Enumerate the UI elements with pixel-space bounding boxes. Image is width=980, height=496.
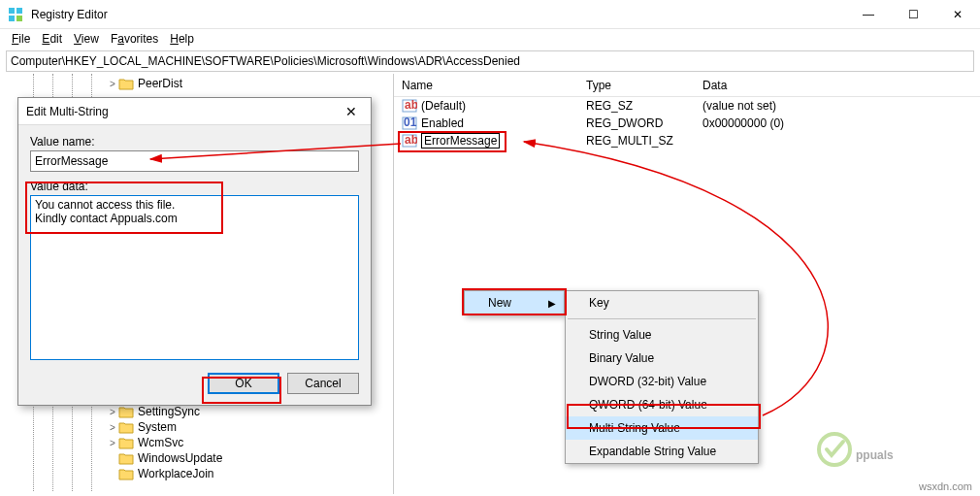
tree-item-system[interactable]: > System [0,419,393,435]
expand-icon[interactable]: > [107,438,118,448]
folder-icon [118,420,134,434]
cancel-button[interactable]: Cancel [287,373,359,394]
context-item-key[interactable]: Key [566,291,758,314]
ok-button[interactable]: OK [208,373,279,394]
rename-input[interactable]: ErrorMessage [421,133,500,149]
minimize-button[interactable]: — [846,0,891,29]
expand-icon[interactable]: > [107,422,118,433]
folder-icon [118,77,134,90]
address-bar[interactable]: Computer\HKEY_LOCAL_MACHINE\SOFTWARE\Pol… [6,50,974,72]
string-value-icon: ab [402,133,417,149]
context-item-expandstring[interactable]: Expandable String Value [566,440,758,463]
svg-text:ab: ab [405,98,417,112]
menu-edit[interactable]: Edit [36,30,68,48]
context-item-string[interactable]: String Value [566,323,758,347]
col-header-type[interactable]: Type [578,79,695,92]
value-row-errormessage[interactable]: ab ErrorMessage REG_MULTI_SZ [394,132,980,149]
menu-file[interactable]: File [6,30,36,48]
valuedata-label: Value data: [30,180,359,193]
brand-watermark: ppuals [815,425,961,477]
menu-view[interactable]: View [68,30,105,48]
svg-text:ppuals: ppuals [856,448,894,462]
col-header-data[interactable]: Data [695,79,980,92]
svg-rect-2 [9,16,15,21]
dialog-close-button[interactable]: ✕ [340,102,363,121]
menubar: File Edit View Favorites Help [0,29,980,49]
dialog-title: Edit Multi-String [26,105,340,118]
submenu-arrow-icon: ▶ [548,298,556,309]
menu-favorites[interactable]: Favorites [105,30,164,48]
context-item-new[interactable]: New ▶ [465,291,564,314]
value-row-enabled[interactable]: 011 Enabled REG_DWORD 0x00000000 (0) [394,115,980,132]
menu-help[interactable]: Help [164,30,200,48]
context-item-qword[interactable]: QWORD (64-bit) Value [566,393,758,416]
expand-icon[interactable]: > [107,79,118,89]
dword-value-icon: 011 [402,116,417,131]
folder-icon [118,405,134,418]
svg-rect-3 [16,16,22,21]
valuename-input[interactable] [30,150,359,172]
tree-item-windowsupdate[interactable]: WindowsUpdate [0,450,393,466]
dialog-titlebar[interactable]: Edit Multi-String ✕ [18,98,371,125]
folder-icon [118,467,134,480]
col-header-name[interactable]: Name [394,79,578,92]
menu-separator [568,318,756,319]
tree-item-settingsync[interactable]: > SettingSync [0,404,393,419]
window-title: Registry Editor [31,8,846,21]
svg-rect-0 [9,8,15,14]
list-header: Name Type Data [394,74,980,97]
expand-icon[interactable]: > [107,407,118,417]
folder-icon [118,436,134,449]
svg-text:ab: ab [405,133,417,147]
valuename-label: Value name: [30,135,359,149]
address-text: Computer\HKEY_LOCAL_MACHINE\SOFTWARE\Pol… [11,54,520,68]
value-row-default[interactable]: ab (Default) REG_SZ (value not set) [394,97,980,115]
tree-item-wcmsvc[interactable]: > WcmSvc [0,435,393,450]
window-titlebar: Registry Editor — ☐ ✕ [0,0,980,29]
svg-text:011: 011 [404,116,417,129]
context-item-dword[interactable]: DWORD (32-bit) Value [566,370,758,393]
regedit-icon [8,7,23,22]
string-value-icon: ab [402,98,417,114]
tree-item-peerdist[interactable]: > PeerDist [0,76,393,91]
context-item-multistring[interactable]: Multi-String Value [566,416,758,440]
context-item-binary[interactable]: Binary Value [566,347,758,370]
context-menu: New ▶ [464,290,565,315]
watermark-text: wsxdn.com [919,480,972,492]
context-submenu-new: Key String Value Binary Value DWORD (32-… [565,290,759,464]
edit-multistring-dialog: Edit Multi-String ✕ Value name: Value da… [17,97,372,406]
close-button[interactable]: ✕ [935,0,980,29]
valuedata-input[interactable] [30,195,359,360]
maximize-button[interactable]: ☐ [891,0,935,29]
svg-rect-1 [16,8,22,14]
tree-item-workplacejoin[interactable]: WorkplaceJoin [0,466,393,481]
folder-icon [118,451,134,465]
